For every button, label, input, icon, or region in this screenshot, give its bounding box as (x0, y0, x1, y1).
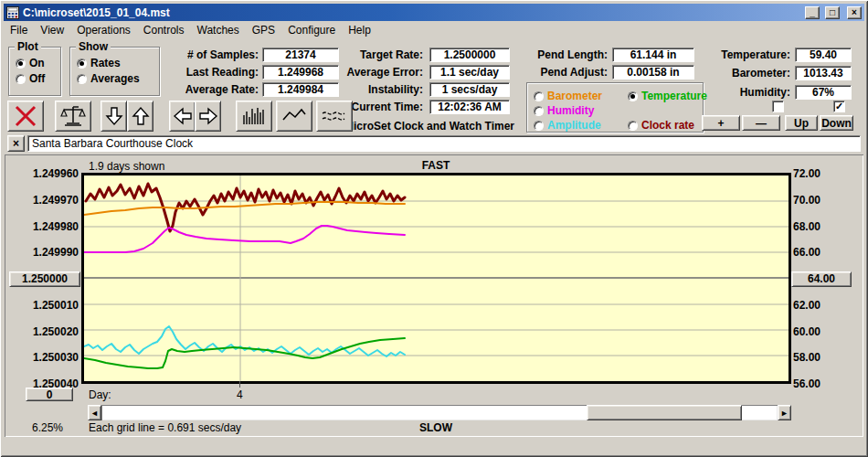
shift-down-button[interactable] (101, 101, 127, 132)
minimize-button[interactable]: _ (805, 6, 820, 19)
series-humidity (84, 226, 405, 252)
scroll-left-button[interactable]: ◄ (88, 405, 101, 420)
average-error-value: 1.1 sec/day (429, 65, 510, 80)
temperature-value: 59.40 (795, 48, 852, 62)
radio-label: Off (29, 72, 45, 85)
humidity-label: Humidity: (685, 86, 790, 99)
radio-plot-off[interactable]: Off (16, 72, 45, 85)
last-reading-label: Last Reading: (146, 66, 259, 79)
samples-value: 21374 (262, 48, 339, 62)
up-button[interactable]: Up (785, 115, 818, 131)
menu-file[interactable]: File (5, 23, 36, 37)
balance-button[interactable] (55, 101, 91, 132)
radio-plot-on[interactable]: On (16, 57, 45, 69)
left-axis-button[interactable]: 1.250000 (9, 271, 80, 287)
wavy-lines-icon (321, 104, 348, 128)
pan-left-button[interactable] (169, 101, 196, 132)
app-title-label: MicroSet Clock and Watch Timer (340, 120, 519, 133)
menu-bar: FileViewOperationsControlsWatchesGPSConf… (5, 23, 379, 37)
close-button[interactable]: × (847, 6, 862, 19)
radio-sensor-barometer[interactable]: Barometer (534, 90, 602, 102)
shift-up-button[interactable] (127, 101, 153, 132)
zero-button[interactable]: 0 (26, 388, 73, 401)
right-checkbox[interactable]: ✓ (833, 101, 845, 112)
plus-button[interactable]: + (702, 115, 740, 131)
menu-gps[interactable]: GPS (248, 23, 283, 37)
right-axis-tick: 56.00 (793, 377, 820, 391)
smooth-view-button[interactable] (316, 101, 353, 132)
right-axis-tick: 58.00 (793, 350, 820, 365)
radio-icon (534, 106, 544, 116)
average-rate-label: Average Rate: (146, 83, 259, 96)
menu-operations[interactable]: Operations (72, 23, 139, 37)
menu-controls[interactable]: Controls (139, 23, 193, 37)
humidity-value: 67% (795, 85, 852, 100)
left-axis-tick: 1.250010 (33, 298, 79, 313)
histogram-view-button[interactable] (236, 101, 272, 132)
radio-sensor-humidity[interactable]: Humidity (534, 104, 594, 117)
days-shown-label: 1.9 days shown (89, 160, 164, 173)
current-time-value: 12:02:36 AM (429, 100, 510, 114)
average-rate-value: 1.249984 (262, 82, 339, 97)
scrollbar-thumb[interactable] (587, 405, 742, 420)
radio-label: Rates (90, 57, 121, 69)
fast-label: FAST (344, 159, 527, 172)
radio-icon (628, 121, 638, 131)
radio-label: On (29, 57, 45, 69)
right-axis-tick: 68.00 (793, 219, 820, 234)
menu-help[interactable]: Help (344, 23, 379, 37)
line-view-button[interactable] (276, 101, 312, 132)
radio-label: Barometer (547, 90, 602, 102)
session-name-input[interactable]: Santa Barbara Courthouse Clock (27, 135, 861, 152)
scroll-left-icon: ◄ (90, 409, 99, 418)
pan-right-button[interactable] (195, 101, 221, 132)
pend-length-value: 61.144 in (612, 48, 694, 62)
left-checkbox[interactable] (772, 101, 784, 112)
day-tick-value: 4 (237, 388, 243, 401)
plot-group-title: Plot (15, 40, 41, 53)
pend-adjust-label: Pend Adjust: (512, 66, 608, 79)
radio-label: Averages (90, 72, 140, 85)
last-reading-value: 1.249968 (262, 65, 339, 80)
right-axis-tick: 60.00 (793, 324, 820, 339)
radio-show-rates[interactable]: Rates (77, 57, 121, 69)
radio-icon (16, 58, 26, 69)
right-axis-tick: 70.00 (793, 193, 820, 207)
grid-note-label: Each grid line = 0.691 secs/day (89, 421, 241, 434)
temperature-label: Temperature: (685, 48, 790, 61)
close-session-button[interactable]: × (7, 135, 25, 152)
radio-label: Humidity (547, 104, 594, 117)
block-arrow-right-icon (197, 106, 219, 126)
maximize-button[interactable]: □ (825, 6, 840, 19)
scroll-right-button[interactable]: ► (778, 405, 791, 420)
series-clock-rate (86, 184, 405, 231)
day-axis-label: Day: (89, 388, 111, 401)
menu-watches[interactable]: Watches (193, 23, 248, 37)
window-title: C:\microset\2015_01_04.mst (23, 6, 799, 19)
left-axis-tick: 1.249960 (33, 166, 79, 181)
minus-button[interactable]: — (742, 115, 780, 131)
slow-label: SLOW (344, 421, 527, 434)
target-rate-label: Target Rate: (329, 48, 423, 61)
radio-sensor-clock-rate[interactable]: Clock rate (628, 119, 694, 132)
radio-sensor-amplitude[interactable]: Amplitude (534, 119, 601, 132)
series-amplitude (84, 326, 405, 356)
radio-icon (628, 91, 638, 101)
plot-area[interactable] (81, 173, 791, 384)
red-x-icon (14, 105, 37, 127)
down-button[interactable]: Down (820, 115, 853, 131)
delete-button[interactable] (7, 101, 44, 132)
left-axis-tick: 1.249980 (33, 219, 79, 234)
day-tick-mark (239, 381, 240, 388)
left-axis-tick: 1.250030 (33, 350, 79, 365)
menu-configure[interactable]: Configure (283, 23, 344, 37)
title-bar[interactable]: C:\microset\2015_01_04.mst _ □ × (4, 4, 864, 21)
target-rate-value: 1.2500000 (429, 48, 510, 62)
balance-scale-icon (60, 104, 86, 128)
menu-view[interactable]: View (36, 23, 72, 37)
app-window: C:\microset\2015_01_04.mst _ □ × FileVie… (0, 0, 868, 457)
radio-show-averages[interactable]: Averages (77, 72, 140, 85)
radio-label: Amplitude (547, 119, 601, 132)
radio-icon (534, 91, 544, 101)
right-axis-button[interactable]: 64.00 (791, 271, 852, 287)
